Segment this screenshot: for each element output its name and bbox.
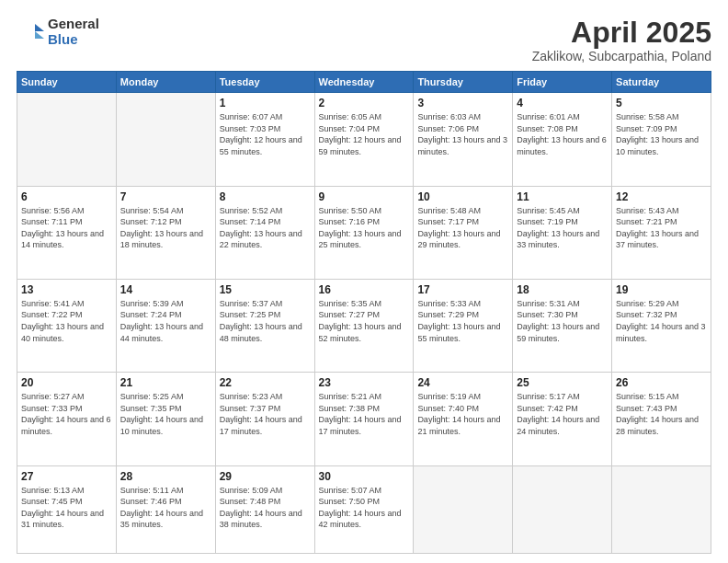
table-row: 1Sunrise: 6:07 AMSunset: 7:03 PMDaylight… [215, 93, 314, 186]
day-number: 17 [417, 283, 508, 296]
day-number: 8 [220, 190, 311, 203]
day-info: Sunrise: 6:07 AMSunset: 7:03 PMDaylight:… [220, 111, 311, 157]
header-wednesday: Wednesday [314, 72, 414, 93]
day-info: Sunrise: 6:03 AMSunset: 7:06 PMDaylight:… [417, 111, 508, 157]
day-info: Sunrise: 5:37 AMSunset: 7:25 PMDaylight:… [220, 298, 311, 344]
day-number: 6 [21, 190, 112, 203]
day-number: 24 [417, 376, 508, 389]
day-number: 27 [21, 470, 112, 483]
table-row: 3Sunrise: 6:03 AMSunset: 7:06 PMDaylight… [414, 93, 513, 186]
day-info: Sunrise: 5:39 AMSunset: 7:24 PMDaylight:… [120, 298, 211, 344]
table-row: 27Sunrise: 5:13 AMSunset: 7:45 PMDayligh… [17, 465, 117, 553]
day-info: Sunrise: 5:27 AMSunset: 7:33 PMDaylight:… [21, 391, 112, 437]
day-number: 29 [220, 470, 311, 483]
table-row: 28Sunrise: 5:11 AMSunset: 7:46 PMDayligh… [116, 465, 215, 553]
header-monday: Monday [116, 72, 215, 93]
table-row: 30Sunrise: 5:07 AMSunset: 7:50 PMDayligh… [314, 465, 414, 553]
header: General Blue April 2025 Zaklikow, Subcar… [17, 17, 711, 63]
table-row: 9Sunrise: 5:50 AMSunset: 7:16 PMDaylight… [314, 186, 414, 279]
day-number: 25 [517, 376, 608, 389]
table-row: 24Sunrise: 5:19 AMSunset: 7:40 PMDayligh… [414, 373, 513, 465]
day-info: Sunrise: 6:01 AMSunset: 7:08 PMDaylight:… [517, 111, 608, 157]
table-row: 29Sunrise: 5:09 AMSunset: 7:48 PMDayligh… [215, 465, 314, 553]
day-number: 30 [319, 470, 410, 483]
calendar-table: Sunday Monday Tuesday Wednesday Thursday… [17, 71, 711, 554]
day-info: Sunrise: 5:21 AMSunset: 7:38 PMDaylight:… [319, 391, 410, 437]
day-number: 28 [120, 470, 211, 483]
logo-text: General Blue [48, 17, 99, 47]
header-thursday: Thursday [414, 72, 513, 93]
table-row: 15Sunrise: 5:37 AMSunset: 7:25 PMDayligh… [215, 279, 314, 372]
day-number: 22 [220, 376, 311, 389]
header-tuesday: Tuesday [215, 72, 314, 93]
day-info: Sunrise: 5:23 AMSunset: 7:37 PMDaylight:… [220, 391, 311, 437]
day-info: Sunrise: 5:41 AMSunset: 7:22 PMDaylight:… [21, 298, 112, 344]
table-row: 23Sunrise: 5:21 AMSunset: 7:38 PMDayligh… [314, 373, 414, 465]
table-row [116, 93, 215, 186]
day-number: 10 [417, 190, 508, 203]
day-info: Sunrise: 5:35 AMSunset: 7:27 PMDaylight:… [319, 298, 410, 344]
day-number: 5 [616, 97, 707, 109]
table-row [513, 465, 612, 553]
svg-marker-0 [35, 24, 44, 31]
day-info: Sunrise: 5:17 AMSunset: 7:42 PMDaylight:… [517, 391, 608, 437]
day-info: Sunrise: 5:09 AMSunset: 7:48 PMDaylight:… [220, 485, 311, 531]
day-info: Sunrise: 5:56 AMSunset: 7:11 PMDaylight:… [21, 205, 112, 251]
table-row: 19Sunrise: 5:29 AMSunset: 7:32 PMDayligh… [612, 279, 711, 372]
table-row: 13Sunrise: 5:41 AMSunset: 7:22 PMDayligh… [17, 279, 117, 372]
svg-marker-1 [35, 31, 44, 39]
table-row: 10Sunrise: 5:48 AMSunset: 7:17 PMDayligh… [414, 186, 513, 279]
day-info: Sunrise: 5:07 AMSunset: 7:50 PMDaylight:… [319, 485, 410, 531]
title-block: April 2025 Zaklikow, Subcarpathia, Polan… [532, 17, 711, 63]
day-info: Sunrise: 5:54 AMSunset: 7:12 PMDaylight:… [120, 205, 211, 251]
day-number: 14 [120, 283, 211, 296]
location-subtitle: Zaklikow, Subcarpathia, Poland [532, 49, 711, 63]
day-info: Sunrise: 6:05 AMSunset: 7:04 PMDaylight:… [319, 111, 410, 157]
header-saturday: Saturday [612, 72, 711, 93]
table-row: 12Sunrise: 5:43 AMSunset: 7:21 PMDayligh… [612, 186, 711, 279]
table-row: 14Sunrise: 5:39 AMSunset: 7:24 PMDayligh… [116, 279, 215, 372]
logo-general: General [48, 17, 99, 32]
day-number: 26 [616, 376, 707, 389]
logo-blue: Blue [48, 32, 99, 48]
day-info: Sunrise: 5:50 AMSunset: 7:16 PMDaylight:… [319, 205, 410, 251]
day-info: Sunrise: 5:25 AMSunset: 7:35 PMDaylight:… [120, 391, 211, 437]
table-row [612, 465, 711, 553]
day-info: Sunrise: 5:11 AMSunset: 7:46 PMDaylight:… [120, 485, 211, 531]
day-info: Sunrise: 5:48 AMSunset: 7:17 PMDaylight:… [417, 205, 508, 251]
day-number: 20 [21, 376, 112, 389]
day-number: 4 [517, 97, 608, 109]
day-number: 19 [616, 283, 707, 296]
page: General Blue April 2025 Zaklikow, Subcar… [0, 0, 728, 563]
table-row: 7Sunrise: 5:54 AMSunset: 7:12 PMDaylight… [116, 186, 215, 279]
table-row: 8Sunrise: 5:52 AMSunset: 7:14 PMDaylight… [215, 186, 314, 279]
day-info: Sunrise: 5:43 AMSunset: 7:21 PMDaylight:… [616, 205, 707, 251]
day-info: Sunrise: 5:33 AMSunset: 7:29 PMDaylight:… [417, 298, 508, 344]
month-title: April 2025 [532, 17, 711, 49]
table-row: 18Sunrise: 5:31 AMSunset: 7:30 PMDayligh… [513, 279, 612, 372]
table-row: 26Sunrise: 5:15 AMSunset: 7:43 PMDayligh… [612, 373, 711, 465]
weekday-header-row: Sunday Monday Tuesday Wednesday Thursday… [17, 72, 711, 93]
table-row: 2Sunrise: 6:05 AMSunset: 7:04 PMDaylight… [314, 93, 414, 186]
table-row [17, 93, 117, 186]
logo: General Blue [17, 17, 99, 47]
header-friday: Friday [513, 72, 612, 93]
day-number: 13 [21, 283, 112, 296]
day-info: Sunrise: 5:29 AMSunset: 7:32 PMDaylight:… [616, 298, 707, 344]
day-number: 3 [417, 97, 508, 109]
table-row: 17Sunrise: 5:33 AMSunset: 7:29 PMDayligh… [414, 279, 513, 372]
table-row: 11Sunrise: 5:45 AMSunset: 7:19 PMDayligh… [513, 186, 612, 279]
day-number: 23 [319, 376, 410, 389]
day-number: 18 [517, 283, 608, 296]
table-row: 25Sunrise: 5:17 AMSunset: 7:42 PMDayligh… [513, 373, 612, 465]
table-row: 20Sunrise: 5:27 AMSunset: 7:33 PMDayligh… [17, 373, 117, 465]
day-number: 15 [220, 283, 311, 296]
table-row: 5Sunrise: 5:58 AMSunset: 7:09 PMDaylight… [612, 93, 711, 186]
day-info: Sunrise: 5:52 AMSunset: 7:14 PMDaylight:… [220, 205, 311, 251]
day-info: Sunrise: 5:15 AMSunset: 7:43 PMDaylight:… [616, 391, 707, 437]
table-row: 6Sunrise: 5:56 AMSunset: 7:11 PMDaylight… [17, 186, 117, 279]
day-number: 16 [319, 283, 410, 296]
table-row: 4Sunrise: 6:01 AMSunset: 7:08 PMDaylight… [513, 93, 612, 186]
day-info: Sunrise: 5:31 AMSunset: 7:30 PMDaylight:… [517, 298, 608, 344]
day-info: Sunrise: 5:13 AMSunset: 7:45 PMDaylight:… [21, 485, 112, 531]
